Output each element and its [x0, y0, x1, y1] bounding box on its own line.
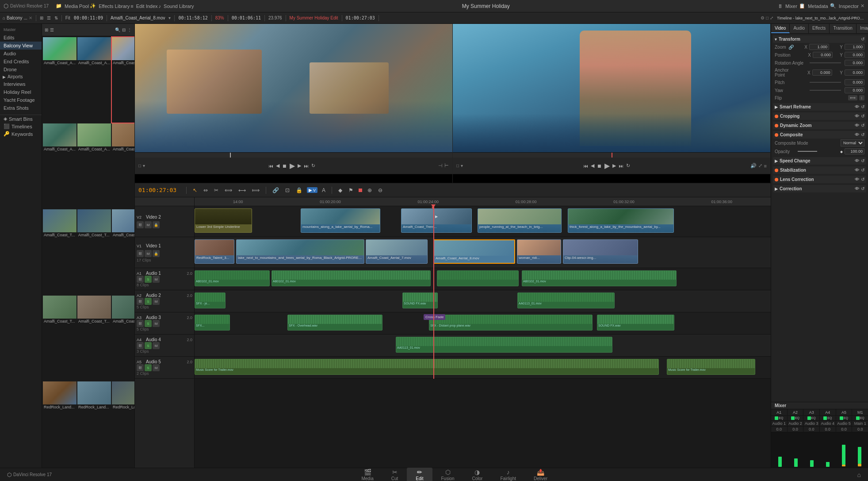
a3-overhead-clip[interactable]: SFX - Overhead.wav: [287, 315, 382, 331]
nav-media[interactable]: 🎬 Media: [352, 468, 382, 481]
tab-effects[interactable]: Effects: [809, 24, 830, 33]
source-next-frame-btn[interactable]: ▶: [298, 163, 301, 169]
media-thumb-14[interactable]: RedRock_Land...: [77, 381, 111, 467]
zoom-y-input[interactable]: [845, 44, 864, 50]
a3-soundfx-clip[interactable]: SOUND FX.wav: [597, 315, 674, 331]
a3-m-btn[interactable]: M: [153, 320, 160, 327]
zoom-in-btn[interactable]: ⊕: [366, 186, 374, 194]
nav-edit[interactable]: ✏ Edit: [407, 468, 432, 481]
tab-mixer[interactable]: 🎚 Mixer: [778, 4, 797, 9]
sidebar-item-smart-bins[interactable]: ◈ Smart Bins: [0, 115, 42, 123]
v1-lock-btn[interactable]: 🔒: [153, 250, 160, 257]
media-thumb-8[interactable]: Amalfi_Coast_T...: [77, 209, 111, 295]
a2-m-btn[interactable]: M: [153, 298, 160, 305]
a5-music-clip-1[interactable]: Music Score for Trailer.mov: [195, 359, 659, 375]
a4-s-btn[interactable]: S: [145, 342, 152, 349]
lens-reset-icon[interactable]: ↺: [861, 177, 864, 182]
tracks-scrollable-area[interactable]: 14:00 01:00:20:00 01:00:24:00 01:00:28:0…: [195, 197, 771, 468]
smart-reframe-reset-icon[interactable]: ↺: [861, 104, 864, 109]
v1-link-btn[interactable]: ⛓: [137, 250, 144, 257]
bin-close-icon[interactable]: ✕: [29, 15, 32, 20]
v1-lake-clip[interactable]: lake_next_to_mountains_and_trees_aerial_…: [236, 239, 364, 264]
timeline-skip-start-btn[interactable]: ⏮: [583, 163, 588, 169]
transform-header[interactable]: ▾ Transform ↺: [773, 35, 866, 43]
sidebar-item-drone[interactable]: Drone: [0, 65, 42, 73]
timeline-play-btn[interactable]: ▶: [604, 162, 610, 170]
media-thumb-2[interactable]: Amalfi_Coast_A...: [77, 37, 111, 123]
smart-reframe-eye-icon[interactable]: 👁: [855, 104, 859, 109]
timeline-loop-btn[interactable]: ↻: [626, 163, 630, 169]
correction-eye-icon[interactable]: 👁: [855, 186, 859, 191]
speed-change-header[interactable]: ▶ Speed Change 👁 ↺: [773, 157, 866, 165]
nav-cut[interactable]: ✂ Cut: [382, 468, 407, 481]
media-thumb-13[interactable]: RedRock_Land...: [43, 381, 76, 467]
media-thumb-12[interactable]: Amalfi_Coast_T...: [112, 296, 134, 381]
a5-music-clip-2[interactable]: Music Score for Trailer.mov: [667, 359, 755, 375]
sort-btn[interactable]: ⇅: [54, 15, 58, 20]
cropping-header[interactable]: Cropping 👁 ↺: [773, 112, 866, 120]
media-thumb-9[interactable]: Amalfi_Coast_T...: [112, 209, 134, 295]
source-skip-end-btn[interactable]: ⏭: [304, 163, 309, 169]
sidebar-item-audio[interactable]: Audio: [0, 50, 42, 58]
media-thumb-4[interactable]: Amalfi_Coast_A...: [43, 123, 76, 209]
flip-h-btn[interactable]: ⟺: [848, 95, 857, 100]
position-y-input[interactable]: [845, 52, 864, 58]
timeline-vol-icon[interactable]: ≡: [764, 163, 767, 169]
a2-clip-sfx[interactable]: SFX - je...: [195, 292, 226, 308]
sidebar-item-keywords[interactable]: 🔑 Keywords: [0, 130, 42, 138]
a2-aa0113-clip[interactable]: AA0113_01.mov: [517, 292, 615, 308]
tab-media-pool[interactable]: 📁 Media Pool: [56, 3, 89, 9]
v1-amalfi8-clip[interactable]: Amalfi_Coast_Aerial_8.mov: [433, 239, 515, 264]
media-thumb-3-selected[interactable]: Amalfi_Coast_A...: [112, 37, 134, 123]
home-icon[interactable]: ⌂: [3, 15, 5, 20]
dynamic-zoom-header[interactable]: Dynamic Zoom 👁 ↺: [773, 122, 866, 129]
media-thumb-10[interactable]: Amalfi_Coast_T...: [43, 296, 76, 381]
correction-reset-icon[interactable]: ↺: [861, 186, 864, 191]
dynamic-trim-btn[interactable]: ⟾: [250, 186, 261, 194]
sidebar-item-holiday-reel[interactable]: Holiday Reel: [0, 88, 42, 96]
v1-clip04-clip[interactable]: Clip-04-wescr-img...: [563, 239, 638, 264]
v2-people-clip[interactable]: people_running_at_the_beach_in_brig...: [478, 208, 562, 233]
v2-link-btn[interactable]: ⛓: [137, 221, 144, 228]
source-prev-frame-btn[interactable]: ◀: [276, 163, 279, 169]
slip-tool-btn[interactable]: ⟺: [223, 186, 234, 194]
v2-lock-btn[interactable]: 🔒: [153, 221, 160, 228]
lens-eye-icon[interactable]: 👁: [855, 177, 859, 182]
nav-fairlight[interactable]: ♪ Fairlight: [491, 468, 525, 481]
media-thumb-11[interactable]: Amalfi_Coast_T...: [77, 296, 111, 381]
rotation-slider[interactable]: [810, 62, 841, 63]
audio-only-btn[interactable]: A: [320, 186, 327, 194]
razor-tool-btn[interactable]: ✂: [212, 186, 220, 194]
a1-clip-4[interactable]: AB0102_01.mov: [522, 270, 677, 286]
v2-title-clip[interactable]: Lower 3rd Simple Underline: [195, 208, 252, 233]
list-icon[interactable]: ☰: [50, 27, 54, 32]
trim-tool-btn[interactable]: ⇔: [202, 186, 210, 194]
slide-tool-btn[interactable]: ⟷: [237, 186, 248, 194]
composite-eye-icon[interactable]: 👁: [855, 132, 859, 137]
marker-btn[interactable]: ◆: [336, 186, 344, 194]
a4-m-btn[interactable]: M: [153, 342, 160, 349]
source-play-btn[interactable]: ▶: [290, 162, 295, 170]
v2-forest-clip[interactable]: thick_forest_along_a_lake_by_the_mountai…: [568, 208, 674, 233]
sidebar-item-balcony-view[interactable]: Balcony View: [0, 42, 42, 50]
a2-s-btn[interactable]: S: [145, 298, 152, 305]
tab-effects-library[interactable]: ✨ Effects Library: [90, 3, 130, 9]
lens-correction-header[interactable]: Lens Correction 👁 ↺: [773, 176, 866, 183]
a4-aa0113-clip[interactable]: AA0113_01.mov: [396, 337, 612, 353]
rotation-input[interactable]: [845, 60, 864, 66]
stabilization-header[interactable]: Stabilization 👁 ↺: [773, 166, 866, 174]
correction-header[interactable]: ▶ Correction 👁 ↺: [773, 185, 866, 192]
sidebar-item-yacht-footage[interactable]: Yacht Footage: [0, 96, 42, 104]
view-icon[interactable]: ⊞: [45, 27, 48, 32]
timeline-skip-end-btn[interactable]: ⏭: [619, 163, 623, 169]
nav-fusion[interactable]: ⬡ Fusion: [432, 468, 463, 481]
sidebar-item-end-credits[interactable]: End Credits: [0, 58, 42, 65]
clip-flag-btn[interactable]: ⚑: [347, 186, 355, 194]
a3-sfx-clip[interactable]: SFX...: [195, 315, 230, 331]
speed-reset-icon[interactable]: ↺: [861, 158, 864, 163]
zoom-out-btn[interactable]: ⊖: [376, 186, 384, 194]
settings-icon[interactable]: ⚙: [761, 15, 765, 20]
transform-reset-icon[interactable]: ↺: [861, 37, 864, 42]
source-stop-btn[interactable]: ⏹: [282, 163, 287, 169]
pitch-slider[interactable]: [810, 82, 841, 83]
